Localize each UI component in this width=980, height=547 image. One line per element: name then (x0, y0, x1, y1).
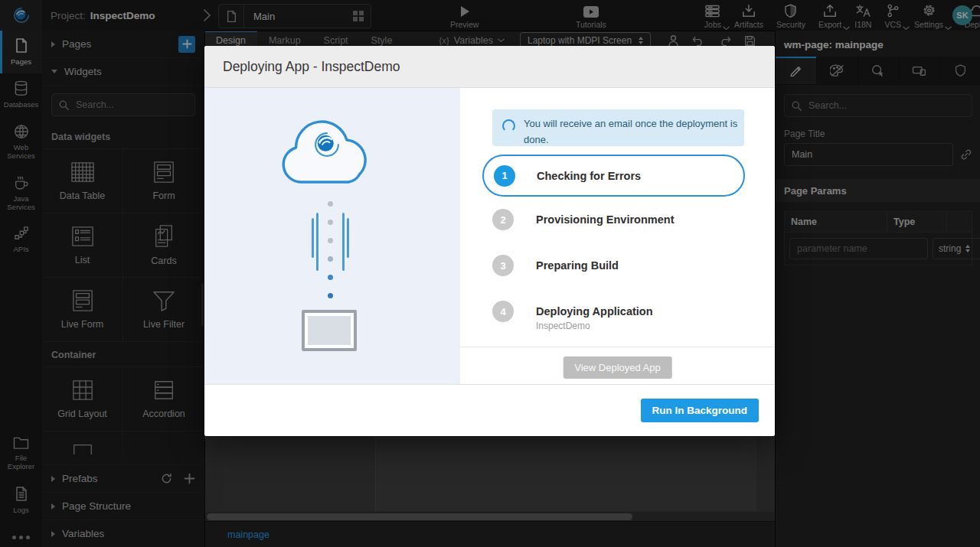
step-sublabel: InspectDemo (536, 321, 590, 331)
progress-dot (328, 220, 333, 225)
step-preparing-build: 3 Preparing Build (492, 255, 619, 276)
monitor-icon (302, 310, 357, 351)
step-deploying-application: 4 Deploying Application (492, 301, 653, 322)
step-number-badge: 4 (492, 301, 514, 322)
deploy-steps-panel: You will receive an email once the deplo… (460, 88, 775, 384)
progress-dot (328, 256, 333, 262)
step-number-badge: 1 (494, 165, 515, 187)
dialog-title: Deploying App - InspectDemo (204, 46, 775, 88)
stream-line (347, 218, 349, 258)
spinner-icon (502, 119, 515, 132)
step-provisioning-environment: 2 Provisioning Environment (492, 209, 674, 230)
wavemaker-studio: Project: InspectDemo Main Preview (0, 0, 980, 547)
progress-dot (328, 275, 333, 280)
deploy-illustration (204, 88, 460, 384)
wavemaker-logo-icon (311, 129, 343, 161)
step-number-badge: 3 (492, 255, 514, 276)
stream-line (312, 218, 314, 258)
deploy-dialog: Deploying App - InspectDemo (204, 46, 775, 436)
stream-line (316, 213, 318, 271)
dialog-footer: Run In Background (204, 384, 775, 436)
step-number-badge: 2 (492, 209, 514, 230)
run-in-background-button[interactable]: Run In Background (641, 399, 760, 422)
divider (460, 347, 775, 347)
progress-dot (328, 293, 333, 298)
info-banner: You will receive an email once the deplo… (492, 109, 744, 146)
progress-dot (328, 201, 333, 207)
step-checking-errors: 1 Checking for Errors (482, 155, 745, 197)
view-deployed-app-button[interactable]: View Deployed App (563, 357, 672, 379)
info-message: You will receive an email once the deplo… (524, 109, 744, 146)
stream-line (342, 213, 345, 271)
progress-dot (328, 238, 333, 243)
